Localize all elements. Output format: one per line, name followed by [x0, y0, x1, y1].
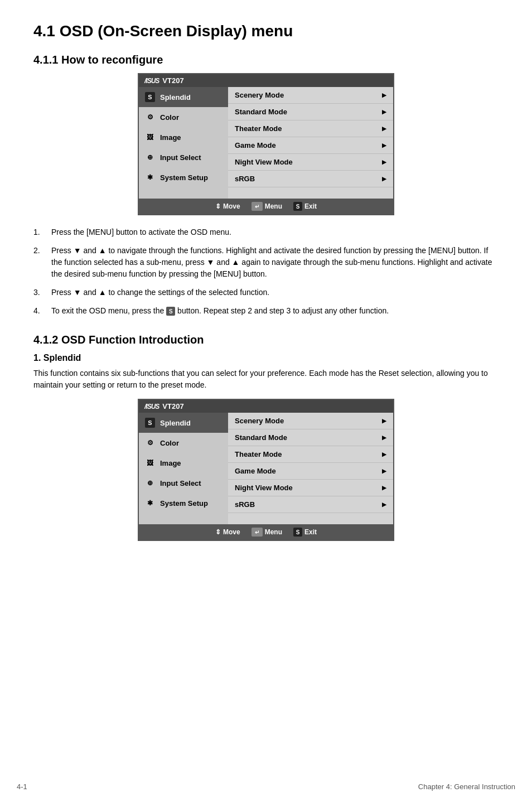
sidebar-item-image-1[interactable]: 🖼 Image	[139, 127, 228, 147]
standard-arrow-2: ▶	[382, 434, 386, 441]
srgb-label-1: sRGB	[235, 175, 255, 183]
exit-inline-icon: S	[166, 307, 175, 316]
exit-s-icon-1: S	[293, 202, 302, 211]
content-item-theater-2[interactable]: Theater Mode ▶	[228, 446, 393, 463]
content-item-game-1[interactable]: Game Mode ▶	[228, 137, 393, 154]
content-item-empty-1	[228, 187, 393, 199]
exit-label-2: Exit	[304, 528, 317, 536]
content-item-empty-2	[228, 513, 393, 524]
instruction-3: 3. Press ▼ and ▲ to change the settings …	[33, 287, 499, 298]
theater-mode-label-1: Theater Mode	[235, 124, 282, 133]
splendid-section: 1. Splendid This function contains six s…	[33, 353, 499, 541]
night-view-label-1: Night View Mode	[235, 158, 293, 166]
system-icon-1: ✱	[144, 172, 156, 183]
menu-btn-1: ↵ Menu	[252, 202, 282, 211]
scenery-mode-label-2: Scenery Mode	[235, 417, 284, 425]
move-btn-1: ⇕ Move	[215, 202, 240, 210]
instruction-2-text: Press ▼ and ▲ to navigate through the fu…	[51, 245, 499, 280]
scenery-arrow-1: ▶	[382, 92, 386, 98]
game-arrow-1: ▶	[382, 142, 386, 148]
content-item-standard-2[interactable]: Standard Mode ▶	[228, 429, 393, 446]
osd-menu-2: /ISUS VT207 S Splendid ⚙ Color	[138, 399, 394, 541]
move-arrows-2: ⇕	[215, 528, 221, 536]
menu-label-1: Menu	[265, 202, 282, 210]
osd-body-1: S Splendid ⚙ Color 🖼 Image ⊕ Input Selec…	[139, 87, 393, 199]
instruction-4-num: 4.	[33, 305, 45, 317]
osd-title-bar-1: /ISUS VT207	[139, 74, 393, 87]
sidebar-item-system-2[interactable]: ✱ System Setup	[139, 493, 228, 513]
night-arrow-1: ▶	[382, 159, 386, 165]
content-item-standard-1[interactable]: Standard Mode ▶	[228, 104, 393, 120]
input-icon-2: ⊕	[144, 477, 156, 489]
sidebar-item-input-2[interactable]: ⊕ Input Select	[139, 473, 228, 493]
input-label-2: Input Select	[160, 479, 201, 487]
splendid-description: This function contains six sub-functions…	[33, 368, 499, 391]
asus-logo-1: /ISUS	[144, 77, 159, 85]
image-icon-1: 🖼	[144, 132, 156, 143]
instruction-3-text: Press ▼ and ▲ to change the settings of …	[51, 287, 499, 298]
move-label-2: Move	[223, 528, 240, 536]
sidebar-item-input-1[interactable]: ⊕ Input Select	[139, 147, 228, 167]
exit-label-1: Exit	[304, 202, 317, 210]
system-icon-2: ✱	[144, 497, 156, 509]
input-label-1: Input Select	[160, 153, 201, 162]
section-4-1-2-title: 4.1.2 OSD Function Introduction	[33, 334, 499, 346]
content-item-scenery-1[interactable]: Scenery Mode ▶	[228, 87, 393, 104]
s-icon-1: S	[145, 92, 155, 102]
exit-btn-2: S Exit	[293, 528, 317, 537]
splendid-icon-1: S	[144, 91, 156, 103]
splendid-label-1: Splendid	[160, 93, 191, 102]
system-label-2: System Setup	[160, 499, 208, 508]
instruction-1-num: 1.	[33, 226, 45, 238]
standard-mode-label-2: Standard Mode	[235, 433, 287, 442]
input-icon-1: ⊕	[144, 152, 156, 163]
osd-sidebar-1: S Splendid ⚙ Color 🖼 Image ⊕ Input Selec…	[139, 87, 228, 199]
night-arrow-2: ▶	[382, 485, 386, 491]
osd-footer-1: ⇕ Move ↵ Menu S Exit	[139, 199, 393, 214]
osd-model-2: VT207	[162, 402, 183, 410]
sidebar-item-splendid-1[interactable]: S Splendid	[139, 87, 228, 107]
chapter-label: Chapter 4: General Instruction	[418, 782, 515, 791]
sidebar-item-color-1[interactable]: ⚙ Color	[139, 107, 228, 127]
sidebar-item-system-1[interactable]: ✱ System Setup	[139, 167, 228, 187]
menu-icon-1: ↵	[252, 202, 263, 211]
sidebar-item-image-2[interactable]: 🖼 Image	[139, 453, 228, 473]
content-item-srgb-2[interactable]: sRGB ▶	[228, 496, 393, 513]
splendid-label-2: Splendid	[160, 419, 191, 427]
standard-mode-label-1: Standard Mode	[235, 108, 287, 116]
game-mode-label-2: Game Mode	[235, 467, 276, 475]
content-item-game-2[interactable]: Game Mode ▶	[228, 463, 393, 480]
scenery-mode-label-1: Scenery Mode	[235, 91, 284, 99]
page-number: 4-1	[17, 782, 27, 791]
page-footer: 4-1 Chapter 4: General Instruction	[0, 782, 532, 791]
sidebar-item-color-2[interactable]: ⚙ Color	[139, 433, 228, 453]
osd-content-1: Scenery Mode ▶ Standard Mode ▶ Theater M…	[228, 87, 393, 199]
exit-s-icon-2: S	[293, 528, 302, 537]
content-item-night-1[interactable]: Night View Mode ▶	[228, 154, 393, 171]
osd-body-2: S Splendid ⚙ Color 🖼 Image ⊕ Input S	[139, 413, 393, 524]
move-label-1: Move	[223, 202, 240, 210]
theater-arrow-2: ▶	[382, 451, 386, 457]
content-item-scenery-2[interactable]: Scenery Mode ▶	[228, 413, 393, 429]
theater-mode-label-2: Theater Mode	[235, 450, 282, 458]
sidebar-item-splendid-2[interactable]: S Splendid	[139, 413, 228, 433]
game-arrow-2: ▶	[382, 468, 386, 474]
content-item-theater-1[interactable]: Theater Mode ▶	[228, 120, 393, 137]
image-label-2: Image	[160, 459, 181, 467]
standard-arrow-1: ▶	[382, 109, 386, 115]
move-arrows-1: ⇕	[215, 202, 221, 210]
asus-logo-2: /ISUS	[144, 403, 159, 410]
instruction-2-num: 2.	[33, 245, 45, 280]
srgb-arrow-2: ▶	[382, 501, 386, 508]
osd-menu-1: /ISUS VT207 S Splendid ⚙ Color 🖼 Image ⊕…	[138, 73, 394, 215]
section-4-1-2: 4.1.2 OSD Function Introduction 1. Splen…	[33, 334, 499, 541]
menu-icon-2: ↵	[252, 528, 263, 537]
content-item-night-2[interactable]: Night View Mode ▶	[228, 480, 393, 496]
color-icon-1: ⚙	[144, 112, 156, 123]
content-item-srgb-1[interactable]: sRGB ▶	[228, 171, 393, 187]
s-icon-2: S	[145, 418, 155, 428]
instruction-4: 4. To exit the OSD menu, press the S but…	[33, 305, 499, 317]
image-label-1: Image	[160, 133, 181, 142]
menu-label-2: Menu	[265, 528, 282, 536]
instructions-list: 1. Press the [MENU] button to activate t…	[33, 226, 499, 317]
